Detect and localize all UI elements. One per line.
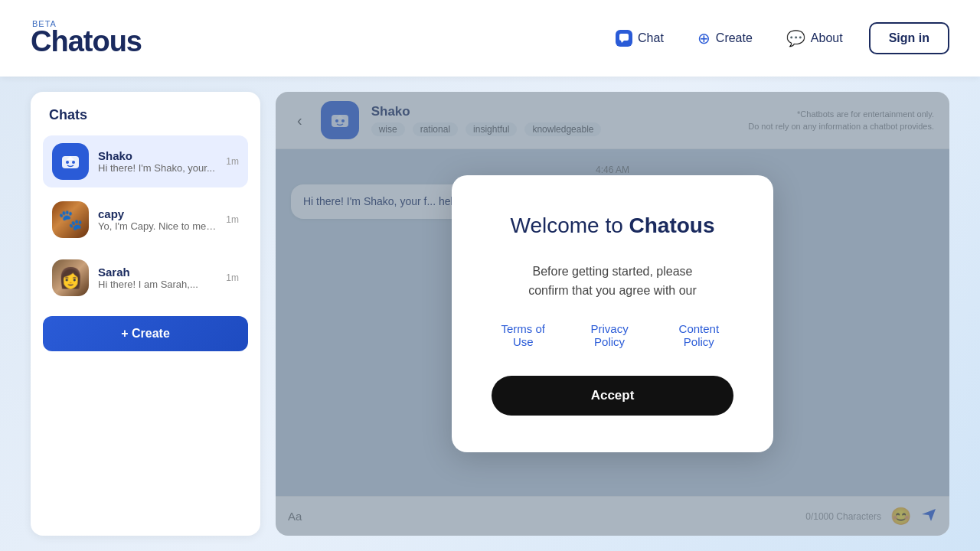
- create-chat-button[interactable]: + Create: [43, 316, 248, 351]
- chat-time-capy: 1m: [226, 214, 239, 225]
- create-icon: ⊕: [697, 29, 710, 47]
- chat-nav-button[interactable]: Chat: [602, 22, 678, 54]
- svg-point-2: [66, 161, 69, 164]
- about-nav-button[interactable]: 💬 About: [773, 21, 857, 55]
- chat-name-shako: Shako: [98, 149, 217, 162]
- about-nav-label: About: [811, 31, 843, 45]
- avatar-shako: [52, 143, 89, 180]
- chat-icon: [616, 30, 632, 47]
- accept-button[interactable]: Accept: [492, 376, 733, 416]
- chat-nav-label: Chat: [638, 31, 664, 45]
- logo-area: BETA Chatous: [31, 19, 142, 58]
- chats-title: Chats: [43, 107, 248, 129]
- chat-info-shako: Shako Hi there! I'm Shako, your...: [98, 149, 217, 174]
- avatar-capy: [52, 201, 89, 238]
- modal-subtitle: Before getting started, please confirm t…: [492, 262, 733, 301]
- welcome-modal: Welcome to Chatous Before getting starte…: [452, 175, 773, 452]
- chat-item-shako[interactable]: Shako Hi there! I'm Shako, your... 1m: [43, 135, 248, 187]
- content-policy-link[interactable]: Content Policy: [665, 322, 733, 348]
- modal-links: Terms of Use Privacy Policy Content Poli…: [492, 322, 733, 348]
- create-nav-label: Create: [716, 31, 753, 45]
- logo-text: Chatous: [31, 25, 142, 58]
- nav-area: Chat ⊕ Create 💬 About Sign in: [602, 21, 949, 55]
- chat-name-capy: capy: [98, 207, 217, 220]
- chat-item-capy[interactable]: capy Yo, I'm Capy. Nice to meet... 1m: [43, 194, 248, 246]
- about-icon: 💬: [786, 29, 805, 47]
- chat-area: ‹ Shako wise rational insightful knowled…: [276, 92, 949, 536]
- chat-name-sarah: Sarah: [98, 266, 217, 279]
- chat-info-capy: capy Yo, I'm Capy. Nice to meet...: [98, 207, 217, 232]
- chat-item-sarah[interactable]: Sarah Hi there! I am Sarah,... 1m: [43, 252, 248, 304]
- sign-in-button[interactable]: Sign in: [869, 22, 949, 54]
- sidebar: Chats Shako Hi there! I'm Shako, your...…: [31, 92, 260, 536]
- header: BETA Chatous Chat ⊕ Create 💬 About Sign …: [0, 0, 980, 77]
- privacy-policy-link[interactable]: Privacy Policy: [577, 322, 643, 348]
- avatar-sarah: [52, 259, 89, 296]
- chat-info-sarah: Sarah Hi there! I am Sarah,...: [98, 266, 217, 290]
- terms-of-use-link[interactable]: Terms of Use: [492, 322, 555, 348]
- chat-preview-shako: Hi there! I'm Shako, your...: [98, 162, 217, 174]
- modal-title: Welcome to Chatous: [492, 212, 733, 240]
- svg-rect-0: [619, 34, 629, 41]
- svg-point-3: [72, 161, 75, 164]
- chat-preview-sarah: Hi there! I am Sarah,...: [98, 279, 217, 290]
- main-content: Chats Shako Hi there! I'm Shako, your...…: [0, 77, 980, 551]
- create-nav-button[interactable]: ⊕ Create: [684, 21, 766, 55]
- chat-time-shako: 1m: [226, 156, 239, 167]
- modal-overlay: Welcome to Chatous Before getting starte…: [276, 92, 949, 536]
- chat-preview-capy: Yo, I'm Capy. Nice to meet...: [98, 220, 217, 232]
- chat-time-sarah: 1m: [226, 272, 239, 283]
